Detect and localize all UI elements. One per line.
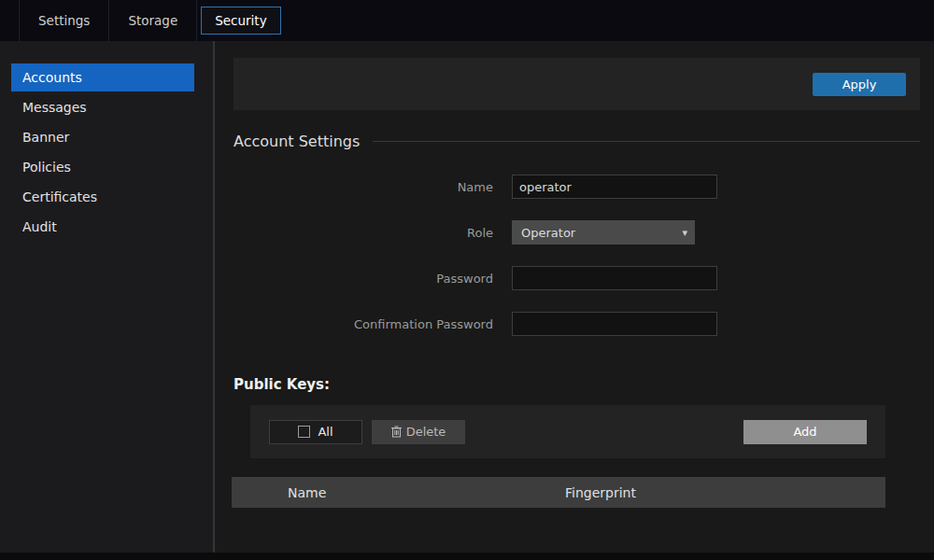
confirmation-password-input[interactable] bbox=[512, 312, 717, 336]
tab-storage[interactable]: Storage bbox=[109, 0, 197, 41]
select-all-label: All bbox=[318, 425, 333, 439]
section-title: Account Settings bbox=[234, 133, 360, 150]
sidebar: Accounts Messages Banner Policies Certif… bbox=[0, 41, 215, 553]
sidebar-item-audit[interactable]: Audit bbox=[11, 213, 194, 241]
password-label: Password bbox=[215, 272, 493, 286]
name-row: Name bbox=[215, 175, 934, 199]
sidebar-item-messages[interactable]: Messages bbox=[11, 93, 194, 121]
public-keys-title: Public Keys: bbox=[234, 376, 934, 393]
delete-label: Delete bbox=[406, 425, 446, 439]
tab-storage-label: Storage bbox=[128, 13, 177, 28]
sidebar-item-accounts[interactable]: Accounts bbox=[11, 63, 194, 91]
chevron-down-icon: ▾ bbox=[682, 227, 687, 239]
section-heading-row: Account Settings bbox=[234, 133, 920, 150]
account-settings-form: Name Role Operator ▾ Password Confirmati… bbox=[215, 175, 934, 336]
apply-toolbar: Apply bbox=[234, 58, 920, 110]
role-label: Role bbox=[215, 226, 493, 240]
content-area: Accounts Messages Banner Policies Certif… bbox=[0, 41, 934, 553]
password-input[interactable] bbox=[512, 266, 717, 290]
name-label: Name bbox=[215, 180, 493, 194]
confirmation-password-row: Confirmation Password bbox=[215, 312, 934, 336]
column-header-name[interactable]: Name bbox=[288, 485, 565, 500]
trash-icon bbox=[391, 426, 402, 438]
section-divider bbox=[373, 141, 920, 142]
select-all-button[interactable]: All bbox=[269, 420, 362, 444]
public-keys-table-header: Name Fingerprint bbox=[232, 477, 885, 508]
role-select[interactable]: Operator ▾ bbox=[512, 220, 695, 245]
main-panel: Apply Account Settings Name Role Operato… bbox=[215, 41, 934, 553]
sidebar-item-banner[interactable]: Banner bbox=[11, 123, 194, 151]
apply-button[interactable]: Apply bbox=[813, 73, 906, 96]
confirmation-password-label: Confirmation Password bbox=[215, 317, 493, 331]
password-row: Password bbox=[215, 266, 934, 290]
sidebar-item-policies[interactable]: Policies bbox=[11, 153, 194, 181]
tab-security[interactable]: Security bbox=[201, 7, 280, 35]
tab-security-label: Security bbox=[215, 13, 266, 28]
name-input[interactable] bbox=[512, 175, 717, 199]
add-button[interactable]: Add bbox=[743, 420, 867, 444]
select-all-checkbox[interactable] bbox=[298, 426, 310, 438]
column-header-fingerprint[interactable]: Fingerprint bbox=[565, 485, 636, 500]
delete-button[interactable]: Delete bbox=[372, 420, 465, 444]
bottom-edge-strip bbox=[0, 553, 934, 560]
role-row: Role Operator ▾ bbox=[215, 220, 934, 245]
top-navigation-bar: Settings Storage Security bbox=[0, 0, 934, 41]
tab-settings[interactable]: Settings bbox=[19, 0, 109, 41]
tab-settings-label: Settings bbox=[38, 13, 90, 28]
public-keys-toolbar: All Delete Add bbox=[250, 405, 885, 458]
sidebar-item-certificates[interactable]: Certificates bbox=[11, 183, 194, 211]
role-select-value: Operator bbox=[521, 226, 575, 240]
